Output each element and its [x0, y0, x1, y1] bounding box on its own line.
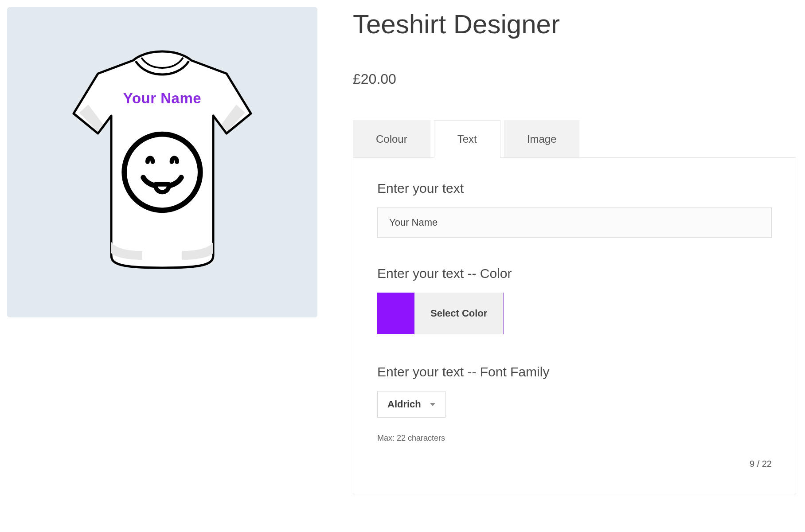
tab-text[interactable]: Text	[434, 120, 500, 158]
custom-text-input[interactable]	[377, 207, 772, 238]
font-family-label: Enter your text -- Font Family	[377, 364, 772, 379]
product-preview: Your Name	[7, 7, 317, 317]
smiley-face-icon	[119, 129, 206, 215]
char-counter: 9 / 22	[750, 459, 772, 469]
enter-text-label: Enter your text	[377, 181, 772, 196]
product-price: £20.00	[353, 71, 796, 87]
tshirt-custom-text: Your Name	[67, 90, 258, 107]
select-color-button[interactable]: Select Color	[414, 293, 503, 334]
tab-colour[interactable]: Colour	[353, 120, 430, 158]
max-chars-hint: Max: 22 characters	[377, 434, 772, 443]
tshirt-graphic: Your Name	[67, 47, 258, 278]
tab-panel-text: Enter your text Enter your text -- Color…	[353, 157, 796, 494]
tab-image[interactable]: Image	[504, 120, 580, 158]
text-color-label: Enter your text -- Color	[377, 266, 772, 281]
option-tabs: Colour Text Image	[353, 120, 796, 158]
font-family-selected: Aldrich	[387, 399, 421, 410]
color-picker[interactable]: Select Color	[377, 293, 504, 334]
color-swatch[interactable]	[377, 293, 414, 334]
chevron-down-icon	[430, 403, 435, 406]
font-family-select[interactable]: Aldrich	[377, 391, 445, 418]
svg-point-0	[124, 134, 200, 211]
product-title: Teeshirt Designer	[353, 10, 796, 39]
